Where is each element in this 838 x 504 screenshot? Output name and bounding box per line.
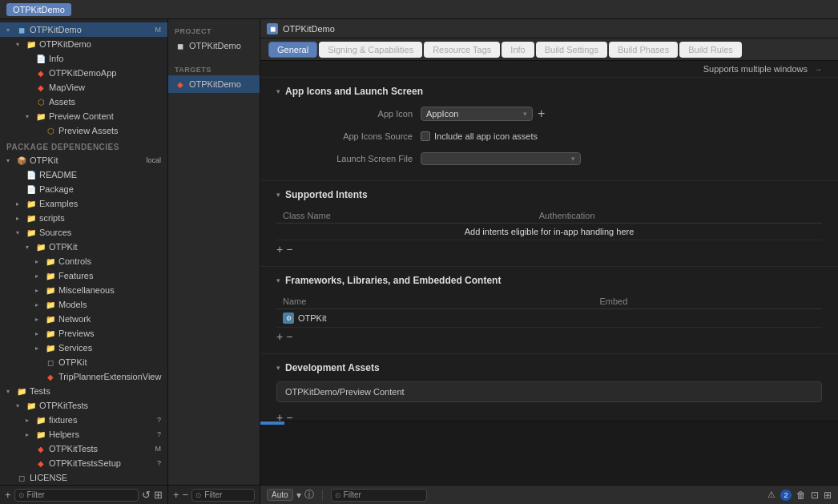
tree-item-license[interactable]: ◻ LICENSE <box>0 470 167 485</box>
tree-arrow <box>35 316 43 323</box>
framework-row[interactable]: ⚙ OTPKit <box>276 309 822 328</box>
split-button[interactable]: ⊡ <box>811 490 819 501</box>
tree-item-features[interactable]: 📁 Features <box>0 268 167 283</box>
expand-button[interactable]: ⊞ <box>824 490 832 501</box>
tab-build-rules[interactable]: Build Rules <box>679 42 742 58</box>
add-target-button[interactable]: + <box>173 489 179 501</box>
tree-item-otpkittestssetup[interactable]: ◆ OTPKitTestsSetup ? <box>0 456 167 470</box>
tree-item-fixtures[interactable]: 📁 fixtures ? <box>0 413 167 427</box>
tree-item-tripplannerext[interactable]: ◆ TripPlannerExtensionView <box>0 369 167 384</box>
app-icons-source-checkbox-row[interactable]: Include all app icon assets <box>421 131 538 141</box>
remove-intent-button[interactable]: − <box>286 244 292 255</box>
tree-item-otpkit-file[interactable]: ◻ OTPKit <box>0 355 167 369</box>
tree-label: OTPKit <box>30 155 58 165</box>
remove-framework-button[interactable]: − <box>286 331 292 342</box>
tree-item-otpkittests[interactable]: ◆ OTPKitTests M <box>0 442 167 456</box>
project-item-otpkitdemo[interactable]: ◼ OTPKitDemo <box>168 37 260 54</box>
tree-item-otpkit-src[interactable]: 📁 OTPKit <box>0 240 167 254</box>
tree-item-tests[interactable]: 📁 Tests <box>0 384 167 398</box>
app-icons-source-checkbox[interactable] <box>421 131 430 141</box>
tree-item-preview-content[interactable]: 📁 Preview Content <box>0 109 167 123</box>
tree-item-package[interactable]: 📄 Package <box>0 182 167 196</box>
auto-badge[interactable]: Auto <box>267 489 293 501</box>
add-framework-button[interactable]: + <box>276 331 283 342</box>
tree-item-services[interactable]: 📁 Services <box>0 341 167 355</box>
section-collapse-icon[interactable]: ▾ <box>276 276 280 284</box>
tree-label: Preview Assets <box>58 126 119 135</box>
asset-icon: ⬡ <box>35 96 46 107</box>
tree-item-otpkitdemo-group[interactable]: 📁 OTPKitDemo <box>0 37 167 51</box>
sidebar-filter[interactable]: ⊙ Filter <box>14 489 139 502</box>
tree-item-otpkitdemo-root[interactable]: ◼ OTPKitDemo M <box>0 22 167 37</box>
section-collapse-icon[interactable]: ▾ <box>276 87 280 95</box>
main-layout: ◼ OTPKitDemo M 📁 OTPKitDemo 📄 Info ◆ OTP… <box>0 19 838 504</box>
tree-arrow <box>35 258 43 265</box>
framework-controls: + − <box>276 328 822 345</box>
tree-badge: M <box>155 26 165 34</box>
tab-resource-tags[interactable]: Resource Tags <box>424 42 500 58</box>
tree-item-network[interactable]: 📁 Network <box>0 312 167 326</box>
tree-label: OTPKitTestsSetup <box>49 458 121 468</box>
remove-dev-asset-button[interactable]: − <box>286 412 292 421</box>
tree-arrow <box>35 287 43 294</box>
tab-build-settings[interactable]: Build Settings <box>536 42 607 58</box>
recent-button[interactable]: ⊞ <box>154 490 163 500</box>
tree-badge: ? <box>157 416 164 424</box>
intents-empty-row: Add intents eligible for in-app handling… <box>276 224 822 240</box>
tree-item-controls[interactable]: 📁 Controls <box>0 254 167 268</box>
tree-item-miscellaneous[interactable]: 📁 Miscellaneous <box>0 283 167 297</box>
tree-arrow <box>35 345 43 352</box>
tab-build-phases[interactable]: Build Phases <box>609 42 678 58</box>
info-button[interactable]: ⓘ <box>304 488 314 502</box>
section-collapse-icon[interactable]: ▾ <box>276 191 280 199</box>
tree-item-helpers[interactable]: 📁 Helpers ? <box>0 427 167 442</box>
target-filter[interactable]: ⊙ Filter <box>191 489 255 502</box>
tree-item-info[interactable]: 📄 Info <box>0 51 167 66</box>
bottom-filter[interactable]: ⊙ Filter <box>331 489 427 502</box>
tree-item-otpkitdemoapp[interactable]: ◆ OTPKitDemoApp <box>0 66 167 80</box>
history-button[interactable]: ↺ <box>142 490 151 500</box>
target-item-otpkitdemo[interactable]: ◆ OTPKitDemo <box>168 75 260 93</box>
tree-item-scripts[interactable]: 📁 scripts <box>0 211 167 225</box>
tree-item-preview-assets[interactable]: ⬡ Preview Assets <box>0 123 167 138</box>
tab-info[interactable]: Info <box>502 42 534 58</box>
tree-label: Services <box>58 343 92 353</box>
content-title: OTPKitDemo <box>283 24 335 34</box>
app-icon-add-button[interactable]: + <box>538 107 545 121</box>
middle-panel: PROJECT ◼ OTPKitDemo TARGETS ◆ OTPKitDem… <box>168 19 260 504</box>
tree-item-examples[interactable]: 📁 Examples <box>0 196 167 211</box>
launch-screen-select[interactable]: ▾ <box>421 152 581 165</box>
tree-arrow <box>6 388 14 395</box>
tab-signing[interactable]: Signing & Capabilities <box>319 42 422 58</box>
tree-label: OTPKitTests <box>49 444 98 454</box>
tree-item-otpkit-pkg[interactable]: 📦 OTPKit local <box>0 153 167 167</box>
tab-general[interactable]: General <box>268 42 317 58</box>
filter-text: Filter <box>27 490 45 499</box>
tree-item-previews[interactable]: 📁 Previews <box>0 326 167 341</box>
target-icon: ◆ <box>175 79 186 90</box>
toolbar-right: ⚠ 2 🗑 ⊡ ⊞ <box>767 490 832 501</box>
app-icons-source-label: App Icons Source <box>276 131 421 141</box>
col-embed: Embed <box>593 294 822 309</box>
add-item-button[interactable]: + <box>5 490 11 500</box>
supported-intents-section: ▾ Supported Intents Class Name Authentic… <box>260 181 838 267</box>
tree-item-otpkittests-grp[interactable]: 📁 OTPKitTests <box>0 398 167 413</box>
top-tab-otpkitdemo[interactable]: OTPKitDemo <box>6 3 71 16</box>
tree-item-readme[interactable]: 📄 README <box>0 167 167 182</box>
badge-count: 2 <box>784 491 788 499</box>
remove-target-button[interactable]: − <box>183 489 189 501</box>
auto-arrow-button[interactable]: ▾ <box>296 490 301 501</box>
clear-button[interactable]: 🗑 <box>796 490 806 501</box>
dev-assets-box: OTPKitDemo/Preview Content <box>276 381 822 402</box>
app-icon-select[interactable]: AppIcon ▾ <box>421 107 533 121</box>
section-collapse-icon[interactable]: ▾ <box>276 364 280 372</box>
tree-item-assets[interactable]: ⬡ Assets <box>0 95 167 109</box>
section-title: Supported Intents <box>285 189 368 200</box>
middle-panel-bottom: + − ⊙ Filter <box>168 485 260 504</box>
add-intent-button[interactable]: + <box>276 244 283 255</box>
tree-item-mapview[interactable]: ◆ MapView <box>0 80 167 95</box>
add-dev-asset-button[interactable]: + <box>276 412 283 421</box>
tree-item-sources[interactable]: 📁 Sources <box>0 225 167 240</box>
tab-nav: General Signing & Capabilities Resource … <box>260 38 838 61</box>
tree-item-models[interactable]: 📁 Models <box>0 297 167 312</box>
